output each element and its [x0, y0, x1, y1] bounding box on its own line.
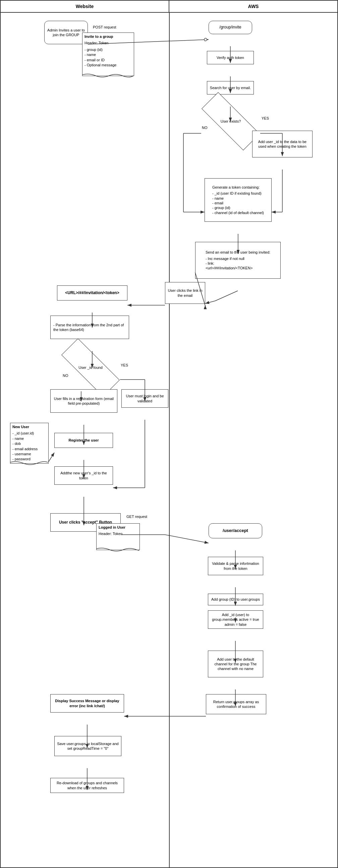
user-fills-form-box: User fills in a registration form (email…	[50, 389, 117, 413]
add-user-channel-box: Add user to the default channel for the …	[208, 651, 263, 677]
user-must-login-box: User must login and be validated	[121, 389, 168, 408]
column-divider	[169, 13, 170, 867]
svg-line-30	[165, 535, 208, 543]
verify-auth-box: Verify auth token	[207, 51, 254, 64]
wavy-bottom3	[96, 547, 139, 554]
parse-token-box: - Parse the information from the 2nd par…	[50, 316, 129, 339]
add-group-box: Add group (ID) to user.groups	[208, 594, 263, 606]
url-invitation-box: <URL>/##/invitation/<token>	[57, 285, 128, 301]
validate-parse-box: Validate & parse infortmation from the t…	[208, 557, 263, 575]
display-success-box: Display Success Message or display error…	[50, 694, 124, 713]
re-download-box: Re-download of groups and channels when …	[50, 778, 124, 793]
add-user-id-box: Add user _id to the data to be used when…	[252, 131, 312, 157]
search-user-box: Search for user by email.	[207, 81, 254, 94]
page: Website AWS Admin Invites a user to join…	[0, 0, 338, 868]
no1-label: NO	[202, 126, 207, 130]
add-user-to-group-box: Add _id (user) to group.members active =…	[208, 610, 263, 629]
yes1-label: YES	[261, 116, 269, 120]
user-clicks-link-box: User clicks the link in the email	[165, 282, 205, 304]
new-user-note: New User - _id (user.id)- name- dob- ema…	[10, 423, 49, 464]
no2-label: NO	[63, 374, 68, 377]
send-email-box: Send an email to the user being invited:…	[195, 242, 281, 279]
svg-point-3	[204, 38, 207, 41]
post-request-label: POST request	[93, 25, 116, 29]
user-id-found-diamond: User _id found	[61, 356, 120, 379]
admin-invites-box: Admin Invites a user to join the GROUP	[44, 21, 88, 44]
aws-column-header: AWS	[169, 1, 337, 12]
svg-line-39	[215, 291, 238, 301]
diamond-label: User exists?	[221, 119, 241, 123]
group-invite-box: /group/invite	[208, 21, 252, 34]
add-new-user-id-box: Addthe new user's _id to the token	[54, 466, 113, 485]
wavy-bottom	[82, 73, 134, 80]
yes2-label: YES	[121, 363, 128, 367]
get-request-label: GET request	[126, 515, 147, 519]
header: Website AWS	[1, 1, 337, 13]
return-user-groups-box: Return user.groups array as confirmation…	[206, 694, 266, 714]
user-accept-box: /user/accept	[208, 523, 262, 538]
svg-line-40	[205, 301, 215, 304]
generate-token-box: Generate a token containing: - _id (user…	[204, 178, 272, 222]
invite-to-group-note: Invite to a group Header: Token - group …	[82, 32, 134, 76]
diamond-label2: User _id found	[79, 366, 103, 370]
wavy-bottom2	[10, 461, 48, 467]
save-user-groups-box: Save user.groups to localStorage and set…	[54, 736, 121, 756]
svg-line-24	[49, 453, 54, 462]
website-column-header: Website	[1, 1, 169, 12]
user-exists-diamond: User exists?	[201, 110, 260, 133]
logged-in-user-note: Logged in User Header: Token	[96, 523, 140, 550]
register-user-box: Register the user	[54, 433, 113, 448]
